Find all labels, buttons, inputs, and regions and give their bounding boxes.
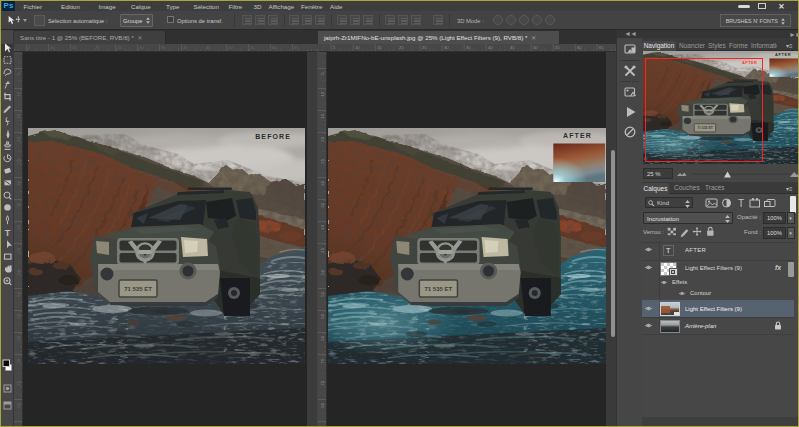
svg-text:AFTER: AFTER [563,133,592,140]
svg-text:T: T [738,198,744,208]
svg-text:AFTER: AFTER [775,53,791,57]
svg-text:T: T [5,228,11,238]
svg-text:BEFORE: BEFORE [255,133,291,140]
